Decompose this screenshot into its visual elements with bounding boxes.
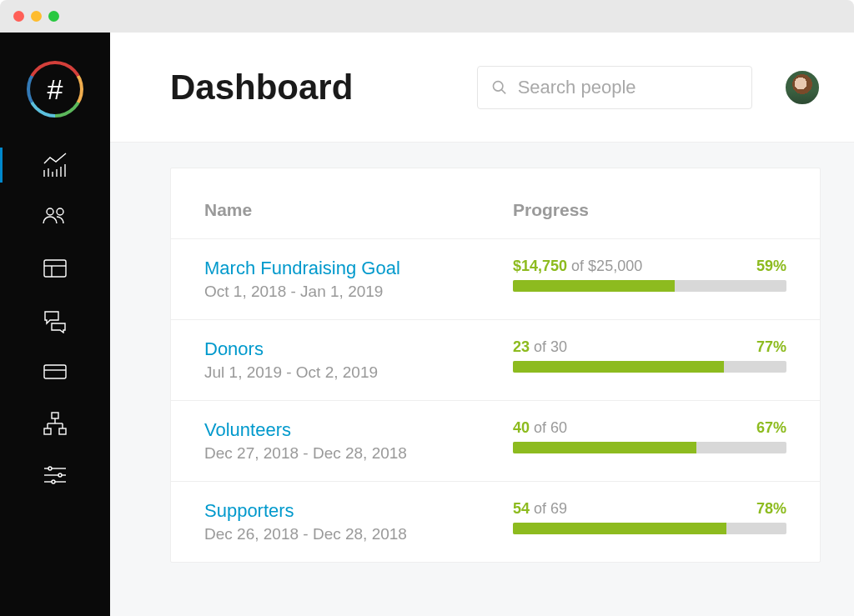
progress-current: $14,750 [513, 258, 567, 274]
nav-finances[interactable] [0, 346, 110, 398]
close-window-icon[interactable] [13, 11, 24, 22]
nav-nations[interactable] [0, 398, 110, 449]
progress-percent: 67% [756, 419, 786, 437]
svg-rect-15 [59, 428, 66, 434]
analytics-icon [42, 152, 68, 178]
nav-people[interactable] [0, 191, 110, 243]
nav-website[interactable] [0, 243, 110, 294]
progress-meta: $14,750 of $25,000 59% [513, 258, 786, 275]
org-chart-icon [42, 410, 68, 437]
svg-rect-13 [52, 413, 58, 418]
minimize-window-icon[interactable] [31, 11, 42, 22]
col-name-heading: Name [204, 200, 252, 219]
goal-date: Dec 27, 2018 - Dec 28, 2018 [204, 444, 513, 463]
app-body: # [0, 33, 854, 616]
progress-percent: 59% [756, 258, 786, 275]
goal-date: Jul 1, 2019 - Oct 2, 2019 [204, 363, 513, 382]
progress-current: 23 [513, 338, 530, 355]
maximize-window-icon[interactable] [48, 11, 59, 22]
progress-current: 40 [513, 419, 530, 436]
nav-communication[interactable] [0, 294, 110, 346]
goal-link[interactable]: Donors [204, 338, 513, 360]
progress-meta: 54 of 69 78% [513, 500, 786, 518]
logo[interactable]: # [0, 33, 110, 139]
progress-percent: 78% [756, 500, 786, 518]
table-row: March Fundraising Goal Oct 1, 2018 - Jan… [171, 238, 820, 319]
svg-rect-8 [44, 260, 66, 277]
svg-point-23 [48, 467, 52, 470]
search-input[interactable] [518, 77, 738, 98]
progress-bar [513, 442, 786, 453]
progress-percent: 77% [756, 338, 786, 356]
avatar[interactable] [784, 69, 821, 106]
people-icon [42, 203, 68, 230]
progress-target: of 60 [534, 419, 567, 436]
table-row: Donors Jul 1, 2019 - Oct 2, 2019 23 of 3… [171, 319, 820, 400]
progress-current: 54 [513, 500, 530, 517]
progress-target: of $25,000 [571, 258, 642, 274]
nav-settings[interactable] [0, 449, 110, 501]
header: Dashboard [110, 33, 854, 143]
svg-point-26 [493, 81, 502, 90]
sidebar: # [0, 33, 110, 616]
table-row: Volunteers Dec 27, 2018 - Dec 28, 2018 4… [171, 400, 820, 481]
goal-link[interactable]: March Fundraising Goal [204, 258, 513, 279]
progress-bar [513, 280, 786, 292]
progress-meta: 40 of 60 67% [513, 419, 786, 437]
svg-point-6 [47, 208, 53, 215]
svg-point-7 [57, 208, 63, 215]
progress-bar [513, 523, 786, 534]
goals-panel: Name Progress March Fundraising Goal Oct… [170, 168, 821, 563]
table-row: Supporters Dec 26, 2018 - Dec 28, 2018 5… [171, 481, 820, 562]
col-progress-heading: Progress [513, 200, 589, 219]
svg-rect-11 [44, 365, 66, 378]
progress-target: of 69 [534, 500, 567, 517]
sliders-icon [42, 462, 68, 488]
search-icon [491, 78, 508, 97]
chat-icon [42, 307, 68, 333]
goal-date: Dec 26, 2018 - Dec 28, 2018 [204, 525, 513, 543]
titlebar [0, 0, 854, 33]
card-icon [42, 358, 68, 385]
layout-icon [42, 255, 68, 282]
nav-dashboard[interactable] [0, 139, 110, 191]
nav [0, 139, 110, 501]
svg-line-27 [501, 89, 505, 93]
goal-date: Oct 1, 2018 - Jan 1, 2019 [204, 283, 513, 301]
table-header: Name Progress [171, 168, 820, 238]
goal-link[interactable]: Volunteers [204, 419, 513, 441]
progress-bar [513, 361, 786, 373]
app-window: # [0, 0, 854, 616]
search-box[interactable] [477, 66, 752, 109]
svg-point-24 [58, 473, 62, 477]
svg-point-25 [52, 480, 55, 483]
svg-rect-14 [44, 428, 51, 434]
content: Name Progress March Fundraising Goal Oct… [110, 143, 854, 616]
hash-icon: # [48, 75, 63, 103]
progress-target: of 30 [534, 338, 567, 355]
page-title: Dashboard [170, 68, 353, 108]
progress-meta: 23 of 30 77% [513, 338, 786, 356]
goal-link[interactable]: Supporters [204, 500, 513, 522]
main: Dashboard Name Progress [110, 33, 854, 616]
